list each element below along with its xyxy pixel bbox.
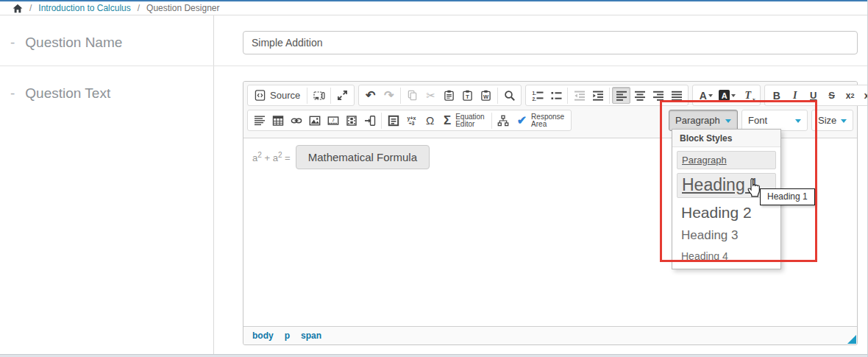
- copy-icon[interactable]: [403, 87, 421, 104]
- question-text-section-label: - Question Text: [10, 85, 110, 102]
- chevron-down-icon: [841, 119, 847, 126]
- breadcrumb: / Introduction to Calculus / Question De…: [0, 1, 867, 15]
- collapse-dash: -: [10, 85, 15, 102]
- check-icon: ✔: [517, 115, 527, 127]
- paste-as-text-icon[interactable]: T: [458, 87, 477, 104]
- undo-icon[interactable]: ↶: [361, 87, 380, 104]
- link-icon[interactable]: [287, 112, 305, 129]
- formula-text: a2 + a2 =: [252, 151, 291, 163]
- underline-icon[interactable]: U: [804, 87, 822, 104]
- question-name-label: Question Name: [25, 35, 122, 51]
- math-formula-placeholder[interactable]: Mathematical Formula: [296, 145, 430, 169]
- toolbar-row-1: Source ↶ ↷: [247, 85, 853, 110]
- video-icon[interactable]: [342, 112, 360, 129]
- size-combo-label: Size: [818, 115, 836, 126]
- svg-text:W: W: [483, 93, 489, 100]
- paste-icon[interactable]: [440, 87, 458, 104]
- justify-icon[interactable]: [667, 87, 686, 104]
- italic-icon[interactable]: I: [786, 87, 804, 104]
- increase-indent-icon[interactable]: [588, 87, 607, 104]
- breadcrumb-separator: /: [138, 3, 140, 13]
- editor-status-bar: body p span: [243, 326, 857, 344]
- source-button-label: Source: [270, 90, 300, 101]
- iframe-icon[interactable]: [384, 112, 402, 129]
- background-color-icon[interactable]: A: [716, 87, 738, 104]
- remove-format-icon[interactable]: Tx: [738, 87, 758, 104]
- superscript-icon[interactable]: x2: [859, 87, 868, 104]
- decrease-indent-icon[interactable]: [570, 87, 588, 104]
- strikethrough-icon[interactable]: S: [822, 87, 841, 104]
- breadcrumb-course-link[interactable]: Introduction to Calculus: [38, 3, 130, 13]
- toolbar-group-lists-align: 1.2.: [525, 85, 689, 106]
- redo-icon[interactable]: ↷: [380, 87, 398, 104]
- align-left-icon[interactable]: [612, 87, 630, 104]
- element-path-span[interactable]: span: [301, 331, 321, 341]
- resize-handle[interactable]: [847, 335, 856, 344]
- element-path-p[interactable]: p: [285, 331, 290, 341]
- question-name-input[interactable]: [243, 31, 858, 54]
- algorithm-tree-icon[interactable]: [494, 112, 513, 129]
- audio-media-icon[interactable]: ♪: [324, 112, 342, 129]
- menu-item-paragraph[interactable]: Paragraph: [677, 151, 776, 169]
- paragraph-format-label: Paragraph: [675, 115, 720, 126]
- menu-item-heading-4[interactable]: Heading 4: [672, 247, 780, 269]
- toolbar-group-colors: A A Tx: [692, 85, 761, 106]
- math-expression-icon[interactable]: y+x÷3: [402, 112, 421, 129]
- svg-text:1.: 1.: [532, 90, 536, 95]
- find-icon[interactable]: [500, 87, 519, 104]
- svg-text:2.: 2.: [532, 96, 536, 101]
- font-combo[interactable]: Font: [741, 110, 808, 131]
- equation-editor-button[interactable]: Σ Equation Editor: [439, 112, 489, 129]
- insert-file-icon[interactable]: [360, 112, 379, 129]
- svg-text:♪: ♪: [332, 116, 335, 123]
- align-center-icon[interactable]: [630, 87, 649, 104]
- chevron-down-icon: [725, 119, 731, 126]
- question-name-section-label: - Question Name: [10, 35, 122, 51]
- column-divider: [213, 15, 214, 354]
- question-designer-page: / Introduction to Calculus / Question De…: [0, 0, 868, 357]
- toolbar-group-basicstyles: B I U S x2 x2: [764, 85, 868, 106]
- toolbar-group-clipboard: ↶ ↷ ✂ T W: [358, 85, 522, 106]
- breadcrumb-separator: /: [29, 3, 32, 13]
- svg-text:T: T: [466, 93, 469, 100]
- section-divider: [0, 66, 867, 66]
- bold-icon[interactable]: B: [767, 87, 786, 104]
- special-character-icon[interactable]: Ω: [421, 112, 439, 129]
- sigma-icon: Σ: [444, 113, 451, 128]
- question-text-label: Question Text: [25, 85, 110, 102]
- numbered-list-icon[interactable]: 1.2.: [528, 87, 547, 104]
- menu-item-heading-3[interactable]: Heading 3: [672, 226, 780, 247]
- breadcrumb-current-page: Question Designer: [146, 3, 219, 13]
- paragraph-format-combo[interactable]: Paragraph: [669, 110, 738, 131]
- response-area-button[interactable]: ✔ Response Area: [513, 112, 569, 129]
- templates-icon[interactable]: [310, 87, 328, 104]
- image-icon[interactable]: [305, 112, 324, 129]
- menu-item-heading-2[interactable]: Heading 2: [672, 202, 780, 226]
- toolbar-group-insert: ♪ y+x÷3 Ω: [247, 110, 572, 131]
- paste-from-word-icon[interactable]: W: [477, 87, 495, 104]
- source-button[interactable]: Source: [250, 87, 305, 104]
- text-color-icon[interactable]: A: [695, 87, 716, 104]
- cut-icon[interactable]: ✂: [421, 87, 440, 104]
- subscript-icon[interactable]: x2: [841, 87, 859, 104]
- font-combo-label: Font: [748, 115, 767, 126]
- home-icon[interactable]: [13, 4, 23, 13]
- horizontal-rule-icon[interactable]: [250, 112, 268, 129]
- chevron-down-icon: [795, 119, 801, 126]
- element-path-body[interactable]: body: [252, 331, 274, 341]
- heading-1-tooltip: Heading 1: [760, 188, 815, 205]
- toolbar-group-document: Source: [247, 85, 355, 106]
- block-styles-menu-header: Block Styles: [672, 130, 780, 147]
- align-right-icon[interactable]: [649, 87, 667, 104]
- maximize-icon[interactable]: [333, 87, 352, 104]
- table-icon[interactable]: [268, 112, 287, 129]
- size-combo[interactable]: Size: [811, 110, 853, 131]
- toolbar-group-format: Paragraph Font Size: [669, 110, 853, 131]
- bulleted-list-icon[interactable]: [547, 87, 565, 104]
- collapse-dash: -: [10, 35, 15, 51]
